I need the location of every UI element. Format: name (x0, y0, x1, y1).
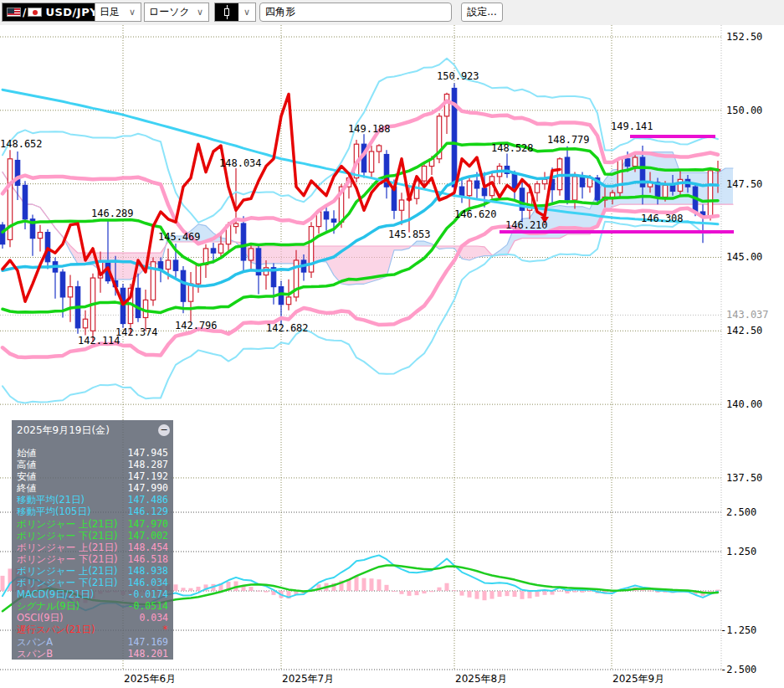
svg-text:142.50: 142.50 (726, 325, 762, 336)
tooltip-row: MACD(9日/21日)-0.0174 (12, 588, 173, 600)
tooltip-row: 遅行スパン(21日)* (12, 624, 173, 635)
svg-text:-1.250: -1.250 (720, 624, 756, 636)
timeframe-select[interactable]: 日足 ∨ (95, 3, 141, 22)
tooltip-row: 安値147.192 (12, 470, 173, 482)
svg-text:140.00: 140.00 (726, 398, 762, 410)
svg-text:142.114: 142.114 (78, 335, 120, 347)
minimize-button[interactable]: − (158, 424, 170, 436)
chevron-down-icon: ∨ (238, 3, 255, 21)
svg-text:2025年7月: 2025年7月 (282, 673, 334, 685)
us-flag-icon (7, 8, 21, 17)
tooltip-row: ボリンジャー 下(21日)147.002 (12, 530, 173, 542)
tooltip-row: シグナル(9日)-0.0514 (12, 600, 173, 612)
tooltip-row: OSCI(9日)0.034 (12, 612, 173, 624)
svg-text:146.289: 146.289 (91, 208, 134, 219)
toolbar: / USD/JPY ∨ 日足 ∨ ローソク ∨ ∨ 設定... (0, 0, 784, 25)
svg-text:149.188: 149.188 (348, 123, 391, 135)
white-candle-icon (223, 5, 231, 19)
svg-text:150.00: 150.00 (726, 105, 762, 116)
tooltip-row: スパンA147.169 (12, 636, 173, 648)
tooltip-row: 移動平均(105日)146.129 (12, 506, 173, 517)
svg-text:146.210: 146.210 (505, 219, 548, 231)
svg-text:152.50: 152.50 (726, 31, 762, 43)
timeframe-label: 日足 (100, 5, 120, 19)
settings-button[interactable]: 設定... (461, 3, 503, 22)
candle-style-field (215, 3, 238, 21)
svg-text:142.682: 142.682 (266, 322, 309, 334)
tooltip-row: 高値148.287 (12, 459, 173, 470)
currency-pair-field: / USD/JPY (3, 3, 102, 21)
svg-text:137.50: 137.50 (726, 472, 762, 484)
info-panel[interactable]: 2025年9月19日(金) − 始値147.945高値148.287安値147.… (12, 420, 173, 660)
tooltip-row: ボリンジャー 上(21日)147.970 (12, 518, 173, 530)
info-panel-rows: 始値147.945高値148.287安値147.192終値147.990移動平均… (12, 447, 173, 660)
draw-shape-input[interactable] (259, 3, 452, 22)
svg-text:145.469: 145.469 (158, 231, 201, 243)
tooltip-row: ボリンジャー 下(21日)146.518 (12, 553, 173, 565)
svg-text:145.853: 145.853 (388, 228, 431, 240)
jp-flag-icon (28, 8, 42, 17)
svg-text:148.034: 148.034 (219, 157, 262, 169)
svg-text:2025年8月: 2025年8月 (455, 673, 507, 685)
currency-pair-select[interactable]: / USD/JPY ∨ (2, 3, 110, 22)
tooltip-row: 移動平均(21日)147.486 (12, 494, 173, 506)
tooltip-row: ボリンジャー 上(21日)148.454 (12, 542, 173, 553)
svg-text:146.308: 146.308 (641, 213, 684, 224)
svg-text:143.037: 143.037 (726, 309, 769, 321)
pair-separator: / (23, 7, 26, 18)
svg-text:148.779: 148.779 (547, 134, 590, 146)
svg-text:146.620: 146.620 (454, 208, 497, 220)
svg-text:148.652: 148.652 (0, 138, 43, 150)
pair-label: USD/JPY (45, 6, 98, 18)
info-panel-header: 2025年9月19日(金) − (12, 420, 173, 439)
svg-text:-2.500: -2.500 (720, 664, 756, 675)
svg-text:142.374: 142.374 (115, 326, 158, 338)
svg-text:145.00: 145.00 (726, 251, 762, 263)
svg-text:2025年6月: 2025年6月 (124, 673, 176, 685)
svg-text:142.796: 142.796 (175, 320, 218, 331)
tooltip-row: スパンB148.201 (12, 648, 173, 660)
fx-chart-app: / USD/JPY ∨ 日足 ∨ ローソク ∨ ∨ 設定... 152.5015… (0, 0, 784, 688)
tooltip-row: 終値147.990 (12, 482, 173, 494)
svg-text:2025年9月: 2025年9月 (612, 673, 664, 685)
tooltip-row: ボリンジャー 上(21日)148.938 (12, 565, 173, 577)
tooltip-row: 始値147.945 (12, 447, 173, 459)
svg-text:150.923: 150.923 (437, 70, 479, 82)
tooltip-row: ボリンジャー 下(21日)146.034 (12, 577, 173, 588)
svg-text:148.528: 148.528 (491, 142, 534, 154)
chart-type-label: ローソク (149, 5, 190, 19)
svg-text:2.500: 2.500 (726, 506, 756, 518)
svg-text:147.50: 147.50 (726, 178, 762, 190)
svg-text:149.141: 149.141 (611, 121, 653, 132)
chart-type-select[interactable]: ローソク ∨ (144, 3, 209, 22)
candle-style-select[interactable]: ∨ (214, 3, 256, 22)
svg-text:1.250: 1.250 (726, 546, 756, 557)
chevron-down-icon: ∨ (192, 3, 208, 21)
info-panel-date: 2025年9月19日(金) (17, 424, 158, 438)
chevron-down-icon: ∨ (124, 3, 141, 21)
